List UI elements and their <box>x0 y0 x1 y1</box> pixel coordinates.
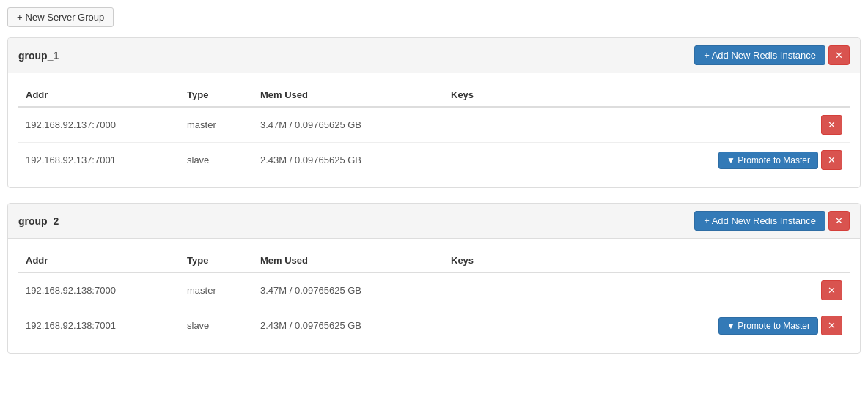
groups-container: group_1+ Add New Redis Instance✕AddrType… <box>7 37 861 354</box>
group-header-group_1: group_1+ Add New Redis Instance✕ <box>8 38 860 73</box>
group-header-group_2: group_2+ Add New Redis Instance✕ <box>8 204 860 239</box>
promote-to-master-button-1-1[interactable]: ▼ Promote to Master <box>718 317 818 335</box>
group-header-actions-group_1: + Add New Redis Instance✕ <box>694 45 850 65</box>
col-header-mem-used: Mem Used <box>253 83 444 107</box>
table-row: 192.168.92.138:7000master3.47M / 0.09765… <box>18 272 850 308</box>
delete-instance-button-1-1[interactable]: ✕ <box>821 316 842 335</box>
table-row: 192.168.92.137:7000master3.47M / 0.09765… <box>18 107 850 143</box>
toolbar: + New Server Group <box>7 7 861 27</box>
keys-cell <box>444 308 517 343</box>
col-header-type: Type <box>180 83 253 107</box>
delete-instance-button-0-0[interactable]: ✕ <box>821 115 842 135</box>
new-server-group-button[interactable]: + New Server Group <box>7 7 114 27</box>
group-header-actions-group_2: + Add New Redis Instance✕ <box>694 211 850 231</box>
mem-used-cell: 3.47M / 0.09765625 GB <box>253 107 444 143</box>
addr-cell: 192.168.92.138:7001 <box>18 308 180 343</box>
group-table-group_2: AddrTypeMem UsedKeys192.168.92.138:7000m… <box>18 249 850 343</box>
col-header-addr: Addr <box>18 83 180 107</box>
group-body-group_2: AddrTypeMem UsedKeys192.168.92.138:7000m… <box>8 239 860 353</box>
mem-used-cell: 2.43M / 0.09765625 GB <box>253 143 444 178</box>
mem-used-cell: 3.47M / 0.09765625 GB <box>253 272 444 308</box>
actions-cell: ✕ <box>517 107 850 143</box>
group-title-group_1: group_1 <box>18 50 59 62</box>
col-header-mem-used: Mem Used <box>253 249 444 272</box>
addr-cell: 192.168.92.137:7001 <box>18 143 180 178</box>
col-header-keys: Keys <box>444 249 517 272</box>
col-header-keys: Keys <box>444 83 517 107</box>
new-server-group-label: New Server Group <box>26 12 105 23</box>
col-header-actions <box>517 249 850 272</box>
group-body-group_1: AddrTypeMem UsedKeys192.168.92.137:7000m… <box>8 73 860 187</box>
keys-cell <box>444 272 517 308</box>
add-redis-instance-button-group_1[interactable]: + Add New Redis Instance <box>694 45 825 65</box>
actions-cell: ✕ <box>517 272 850 308</box>
plus-icon: + <box>17 12 23 23</box>
table-row: 192.168.92.137:7001slave2.43M / 0.097656… <box>18 143 850 178</box>
delete-group-button-group_1[interactable]: ✕ <box>828 45 850 65</box>
promote-to-master-button-0-1[interactable]: ▼ Promote to Master <box>718 152 818 169</box>
server-group-group_1: group_1+ Add New Redis Instance✕AddrType… <box>7 37 861 188</box>
keys-cell <box>444 107 517 143</box>
delete-group-button-group_2[interactable]: ✕ <box>828 211 850 231</box>
type-cell: master <box>180 272 253 308</box>
col-header-addr: Addr <box>18 249 180 272</box>
type-cell: slave <box>180 308 253 343</box>
delete-instance-button-1-0[interactable]: ✕ <box>821 280 842 300</box>
keys-cell <box>444 143 517 178</box>
actions-cell: ▼ Promote to Master✕ <box>517 308 850 343</box>
col-header-type: Type <box>180 249 253 272</box>
table-row: 192.168.92.138:7001slave2.43M / 0.097656… <box>18 308 850 343</box>
mem-used-cell: 2.43M / 0.09765625 GB <box>253 308 444 343</box>
addr-cell: 192.168.92.138:7000 <box>18 272 180 308</box>
col-header-actions <box>517 83 850 107</box>
group-table-group_1: AddrTypeMem UsedKeys192.168.92.137:7000m… <box>18 83 850 177</box>
addr-cell: 192.168.92.137:7000 <box>18 107 180 143</box>
delete-instance-button-0-1[interactable]: ✕ <box>821 150 842 170</box>
server-group-group_2: group_2+ Add New Redis Instance✕AddrType… <box>7 203 861 354</box>
group-title-group_2: group_2 <box>18 215 59 227</box>
type-cell: slave <box>180 143 253 178</box>
add-redis-instance-button-group_2[interactable]: + Add New Redis Instance <box>694 211 825 231</box>
type-cell: master <box>180 107 253 143</box>
actions-cell: ▼ Promote to Master✕ <box>517 143 850 178</box>
